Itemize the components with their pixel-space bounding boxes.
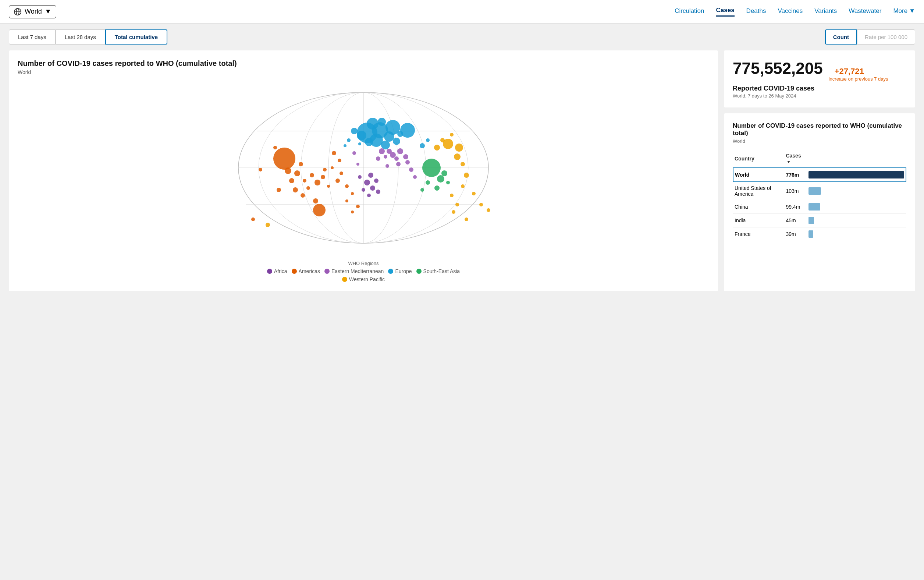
svg-point-102 <box>356 204 360 208</box>
svg-point-74 <box>479 203 483 206</box>
western-pacific-dot <box>342 277 347 282</box>
cell-bar-france <box>807 227 906 241</box>
nav-wastewater[interactable]: Wastewater <box>848 7 881 16</box>
svg-point-91 <box>426 138 430 142</box>
bar-cell-india <box>809 217 904 224</box>
map-panel: Number of COVID-19 cases reported to WHO… <box>9 50 718 291</box>
legend-europe: Europe <box>388 268 412 274</box>
bar-cell-usa <box>809 187 904 195</box>
svg-point-21 <box>351 128 358 134</box>
svg-point-88 <box>266 222 270 227</box>
bar-world <box>809 171 904 178</box>
main-layout: Number of COVID-19 cases reported to WHO… <box>9 50 915 291</box>
svg-point-36 <box>313 204 326 216</box>
svg-point-32 <box>293 187 298 193</box>
cell-country-india: India <box>733 214 784 227</box>
svg-point-43 <box>403 154 408 159</box>
table-row-china[interactable]: China 99.4m <box>733 200 906 214</box>
svg-point-53 <box>368 173 373 178</box>
stat-date: World, 7 days to 26 May 2024 <box>733 93 906 99</box>
col-bar <box>807 150 906 168</box>
svg-point-86 <box>409 168 413 172</box>
svg-point-81 <box>357 163 359 166</box>
world-label: World <box>25 8 42 15</box>
table-row-france[interactable]: France 39m <box>733 227 906 241</box>
more-chevron-icon: ▼ <box>909 7 915 15</box>
americas-label: Americas <box>299 268 320 274</box>
svg-point-55 <box>364 180 370 186</box>
svg-point-92 <box>332 151 336 155</box>
main-nav: Circulation Cases Deaths Vaccines Varian… <box>675 7 915 16</box>
increase-label: increase on previous 7 days <box>829 76 888 82</box>
map-legend: WHO Regions Africa Americas Eastern Medi… <box>18 260 709 282</box>
table-card: Number of COVID-19 cases reported to WHO… <box>724 113 915 291</box>
svg-point-100 <box>351 192 354 195</box>
svg-point-83 <box>452 210 455 214</box>
svg-point-52 <box>385 164 389 168</box>
legend-items: Africa Americas Eastern Mediterranean Eu… <box>18 268 709 274</box>
increase-value: +27,721 <box>835 67 864 76</box>
cell-country-world: World <box>733 168 784 182</box>
nav-more[interactable]: More ▼ <box>893 7 915 16</box>
nav-cases[interactable]: Cases <box>716 7 735 16</box>
legend-eastern-med: Eastern Mediterranean <box>324 268 384 274</box>
svg-point-64 <box>434 186 439 191</box>
rate-button[interactable]: Rate per 100 000 <box>857 30 915 44</box>
more-label: More <box>893 7 908 15</box>
tab-7days[interactable]: Last 7 days <box>9 30 56 44</box>
svg-point-101 <box>345 199 349 203</box>
bar-cell-china <box>809 203 904 211</box>
legend-title: WHO Regions <box>18 260 709 266</box>
svg-point-42 <box>397 148 403 154</box>
nav-vaccines[interactable]: Vaccines <box>778 7 802 16</box>
svg-point-40 <box>258 168 262 171</box>
svg-point-76 <box>440 138 445 142</box>
svg-point-95 <box>340 171 343 175</box>
table-body: World 776m United States of Am <box>733 168 906 241</box>
svg-point-20 <box>357 131 367 140</box>
svg-point-58 <box>376 189 380 194</box>
africa-label: Africa <box>274 268 287 274</box>
sea-label: South-East Asia <box>423 268 460 274</box>
cell-bar-china <box>807 200 906 214</box>
cell-bar-usa <box>807 182 906 200</box>
svg-point-63 <box>441 170 447 176</box>
table-row-india[interactable]: India 45m <box>733 214 906 227</box>
bar-usa <box>809 187 821 195</box>
globe-icon <box>13 8 22 16</box>
svg-point-31 <box>310 173 314 177</box>
nav-circulation[interactable]: Circulation <box>675 7 704 16</box>
tab-total-cumulative[interactable]: Total cumulative <box>105 30 168 44</box>
table-header-row: Country Cases <box>733 150 906 168</box>
tab-28days[interactable]: Last 28 days <box>56 30 105 44</box>
svg-point-60 <box>358 175 362 179</box>
svg-point-57 <box>362 188 365 192</box>
col-cases: Cases <box>784 150 807 168</box>
svg-point-103 <box>351 211 354 213</box>
svg-point-93 <box>338 158 341 162</box>
nav-deaths[interactable]: Deaths <box>746 7 766 16</box>
svg-point-87 <box>251 218 255 221</box>
table-card-title: Number of COVID-19 cases reported to WHO… <box>733 122 906 137</box>
table-card-subtitle: World <box>733 138 906 144</box>
svg-point-25 <box>273 148 295 170</box>
cell-country-china: China <box>733 200 784 214</box>
count-button[interactable]: Count <box>825 30 857 44</box>
svg-point-71 <box>464 173 469 178</box>
legend-americas: Americas <box>292 268 320 274</box>
right-panel: 775,552,205 +27,721 increase on previous… <box>724 50 915 291</box>
svg-point-19 <box>367 118 378 130</box>
table-scroll-area[interactable]: Country Cases World <box>733 150 906 241</box>
western-pacific-label: Western Pacific <box>349 277 385 282</box>
count-rate-group: Count Rate per 100 000 <box>825 30 915 44</box>
nav-variants[interactable]: Variants <box>814 7 837 16</box>
table-row-world[interactable]: World 776m <box>733 168 906 182</box>
map-container <box>18 79 709 256</box>
svg-point-84 <box>421 188 424 192</box>
svg-point-104 <box>450 194 454 197</box>
svg-point-59 <box>367 194 371 197</box>
table-row-usa[interactable]: United States of America 103m <box>733 182 906 200</box>
svg-point-18 <box>365 138 373 146</box>
svg-point-33 <box>301 193 305 198</box>
world-selector[interactable]: World ▼ <box>9 5 56 18</box>
